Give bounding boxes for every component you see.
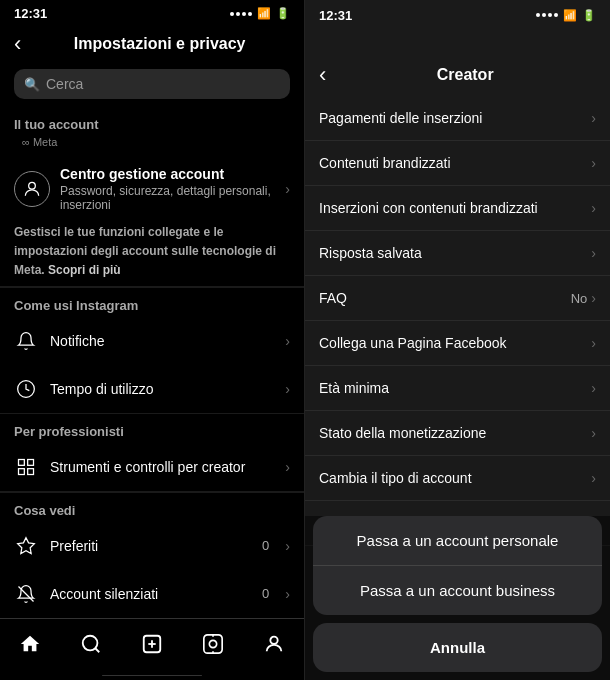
right-list-item[interactable]: Contenuti brandizzati › bbox=[305, 141, 610, 186]
right-item-chevron-icon: › bbox=[591, 335, 596, 351]
account-silenziati-count: 0 bbox=[262, 586, 269, 601]
svg-rect-2 bbox=[19, 460, 25, 466]
svg-marker-6 bbox=[18, 538, 35, 554]
rbattery-icon: 🔋 bbox=[582, 9, 596, 22]
right-item-chevron-icon: › bbox=[591, 110, 596, 126]
action-cancel-button[interactable]: Annulla bbox=[313, 623, 602, 672]
right-item-label: Pagamenti delle inserzioni bbox=[319, 110, 591, 126]
section-instagram-header: Come usi Instagram bbox=[0, 288, 304, 317]
preferiti-label: Preferiti bbox=[50, 538, 250, 554]
svg-line-9 bbox=[95, 648, 99, 652]
dot2 bbox=[236, 12, 240, 16]
rdot2 bbox=[542, 13, 546, 17]
meta-description: Gestisci le tue funzioni collegate e le … bbox=[14, 225, 276, 277]
svg-point-14 bbox=[209, 640, 216, 647]
right-item-label: Età minima bbox=[319, 380, 591, 396]
section-pro-header: Per professionisti bbox=[0, 414, 304, 443]
action-personal-button[interactable]: Passa a un account personale bbox=[313, 516, 602, 566]
right-list-item[interactable]: Collega una Pagina Facebook › bbox=[305, 321, 610, 366]
nav-reels-button[interactable] bbox=[193, 629, 233, 659]
nav-home-button[interactable] bbox=[10, 629, 50, 659]
right-list-item[interactable]: Età minima › bbox=[305, 366, 610, 411]
nav-add-button[interactable] bbox=[132, 629, 172, 659]
section-account-header: Il tuo account bbox=[0, 107, 304, 136]
right-item-label: Cambia il tipo di account bbox=[319, 470, 591, 486]
right-item-badge: No bbox=[571, 291, 588, 306]
action-sheet-overlay: Passa a un account personale Passa a un … bbox=[305, 516, 610, 680]
right-list-item[interactable]: FAQ No › bbox=[305, 276, 610, 321]
wifi-icon: 📶 bbox=[257, 7, 271, 20]
action-sheet-group: Passa a un account personale Passa a un … bbox=[313, 516, 602, 615]
account-silenziati-label: Account silenziati bbox=[50, 586, 250, 602]
svg-rect-5 bbox=[19, 469, 25, 475]
right-item-label: Collega una Pagina Facebook bbox=[319, 335, 591, 351]
status-bar-right: 12:31 📶 🔋 bbox=[305, 0, 610, 28]
notifications-item[interactable]: Notifiche › bbox=[0, 317, 304, 365]
right-item-label: Inserzioni con contenuti brandizzati bbox=[319, 200, 591, 216]
right-list-item[interactable]: Risposta salvata › bbox=[305, 231, 610, 276]
search-input[interactable]: Cerca bbox=[46, 76, 83, 92]
dot4 bbox=[248, 12, 252, 16]
right-list-item[interactable]: Inserzioni con contenuti brandizzati › bbox=[305, 186, 610, 231]
notifications-chevron-icon: › bbox=[285, 333, 290, 349]
right-item-chevron-icon: › bbox=[591, 245, 596, 261]
page-title-right: Creator bbox=[334, 66, 596, 84]
time-item[interactable]: Tempo di utilizzo › bbox=[0, 365, 304, 413]
svg-point-0 bbox=[29, 182, 36, 189]
account-info: Centro gestione account Password, sicure… bbox=[60, 166, 275, 212]
section-cosa-header: Cosa vedi bbox=[0, 493, 304, 522]
nav-profile-button[interactable] bbox=[254, 629, 294, 659]
status-bar-left: 12:31 📶 🔋 bbox=[0, 0, 304, 25]
svg-rect-3 bbox=[28, 460, 34, 466]
signal-dots-right bbox=[536, 13, 558, 17]
meta-description-row: Gestisci le tue funzioni collegate e le … bbox=[0, 222, 304, 286]
nav-search-button[interactable] bbox=[71, 629, 111, 659]
preferiti-item[interactable]: Preferiti 0 › bbox=[0, 522, 304, 570]
notifications-label: Notifiche bbox=[50, 333, 273, 349]
left-panel: 12:31 📶 🔋 ‹ Impostazioni e privacy 🔍 Cer… bbox=[0, 0, 305, 680]
svg-rect-4 bbox=[28, 469, 34, 475]
right-list-item[interactable]: Cambia il tipo di account › bbox=[305, 456, 610, 501]
chart-icon bbox=[14, 455, 38, 479]
right-item-chevron-icon: › bbox=[591, 200, 596, 216]
rdot1 bbox=[536, 13, 540, 17]
home-indicator-left bbox=[102, 675, 202, 676]
right-list-item[interactable]: Pagamenti delle inserzioni › bbox=[305, 96, 610, 141]
clock-icon bbox=[14, 377, 38, 401]
back-button-left[interactable]: ‹ bbox=[14, 31, 29, 57]
right-item-chevron-icon: › bbox=[591, 155, 596, 171]
preferiti-count: 0 bbox=[262, 538, 269, 553]
account-name: Centro gestione account bbox=[60, 166, 275, 182]
tools-item[interactable]: Strumenti e controlli per creator › bbox=[0, 443, 304, 491]
mute-icon bbox=[14, 582, 38, 606]
scopri-link[interactable]: Scopri di più bbox=[48, 263, 121, 277]
action-business-button[interactable]: Passa a un account business bbox=[313, 566, 602, 615]
time-label: Tempo di utilizzo bbox=[50, 381, 273, 397]
rdot4 bbox=[554, 13, 558, 17]
search-icon: 🔍 bbox=[24, 77, 40, 92]
right-item-label: Stato della monetizzazione bbox=[319, 425, 591, 441]
right-item-label: Risposta salvata bbox=[319, 245, 591, 261]
meta-row: ∞ Meta bbox=[0, 136, 304, 156]
signal-dots bbox=[230, 12, 252, 16]
dot1 bbox=[230, 12, 234, 16]
svg-point-17 bbox=[270, 637, 277, 644]
right-list-item[interactable]: Stato della monetizzazione › bbox=[305, 411, 610, 456]
svg-point-8 bbox=[83, 636, 98, 651]
header-nav-left: ‹ Impostazioni e privacy bbox=[0, 25, 304, 65]
account-silenziati-item[interactable]: Account silenziati 0 › bbox=[0, 570, 304, 618]
bell-icon bbox=[14, 329, 38, 353]
search-bar[interactable]: 🔍 Cerca bbox=[14, 69, 290, 99]
back-button-right[interactable]: ‹ bbox=[319, 62, 334, 88]
battery-icon: 🔋 bbox=[276, 7, 290, 20]
preferiti-chevron-icon: › bbox=[285, 538, 290, 554]
rdot3 bbox=[548, 13, 552, 17]
page-title-left: Impostazioni e privacy bbox=[29, 35, 290, 53]
bottom-nav bbox=[0, 618, 304, 673]
header-nav-right: ‹ Creator bbox=[305, 28, 610, 96]
right-item-chevron-icon: › bbox=[591, 470, 596, 486]
star-icon bbox=[14, 534, 38, 558]
account-card[interactable]: Centro gestione account Password, sicure… bbox=[0, 156, 304, 222]
svg-rect-13 bbox=[204, 635, 222, 653]
right-item-label: FAQ bbox=[319, 290, 571, 306]
